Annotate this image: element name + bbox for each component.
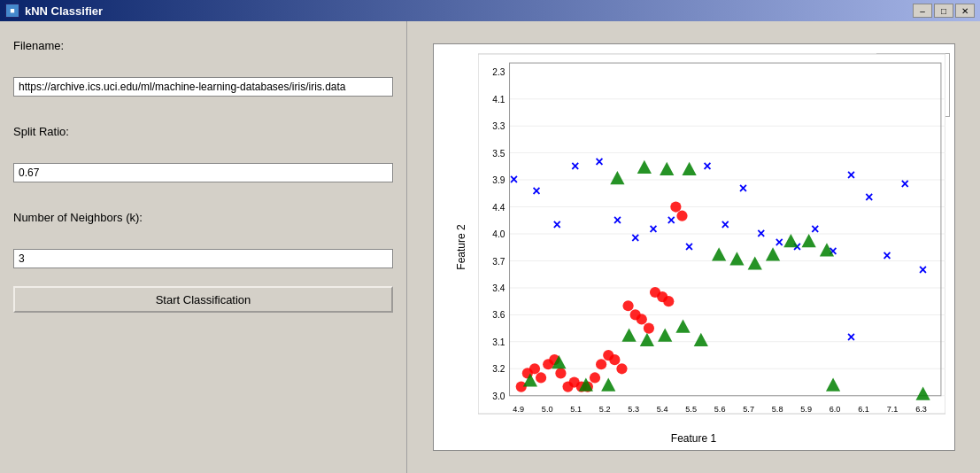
svg-text:5.6: 5.6: [714, 405, 725, 414]
svg-text:3.5: 3.5: [492, 149, 505, 159]
svg-text:5.2: 5.2: [598, 405, 610, 414]
svg-point-57: [596, 359, 606, 369]
svg-point-64: [643, 323, 653, 334]
svg-text:5.9: 5.9: [800, 405, 812, 414]
x-axis-label: Feature 1: [671, 432, 716, 445]
start-classification-button[interactable]: Start Classification: [13, 286, 393, 313]
svg-point-68: [670, 201, 681, 212]
svg-point-59: [609, 354, 620, 365]
svg-point-56: [589, 372, 599, 383]
neighbors-label: Number of Neighbors (k):: [13, 211, 393, 224]
filename-section: Filename:: [13, 39, 393, 97]
left-panel: Filename: Split Ratio: Number of Neighbo…: [0, 21, 407, 473]
svg-point-61: [622, 300, 633, 311]
svg-text:×: ×: [846, 167, 854, 182]
split-ratio-section: Split Ratio:: [13, 125, 393, 182]
neighbors-section: Number of Neighbors (k):: [13, 211, 393, 268]
svg-text:×: ×: [864, 189, 872, 205]
svg-text:×: ×: [757, 225, 765, 241]
svg-text:2.3: 2.3: [492, 67, 505, 77]
svg-text:×: ×: [738, 180, 746, 196]
svg-text:3.7: 3.7: [492, 257, 505, 267]
svg-text:×: ×: [703, 158, 711, 174]
split-ratio-label: Split Ratio:: [13, 125, 393, 138]
svg-text:5.8: 5.8: [771, 405, 783, 414]
svg-point-48: [535, 372, 545, 383]
svg-text:×: ×: [900, 175, 908, 191]
svg-text:×: ×: [883, 414, 891, 415]
svg-text:6.0: 6.0: [829, 405, 840, 414]
svg-point-63: [636, 314, 646, 324]
svg-text:×: ×: [552, 216, 560, 232]
svg-text:×: ×: [721, 216, 729, 232]
svg-text:×: ×: [918, 414, 926, 415]
restore-button[interactable]: □: [934, 4, 953, 18]
split-ratio-input[interactable]: [13, 163, 393, 182]
filename-label: Filename:: [13, 39, 393, 52]
svg-text:×: ×: [570, 158, 578, 174]
filename-input[interactable]: [13, 77, 393, 97]
app-icon: ■: [5, 4, 19, 18]
svg-text:5.5: 5.5: [685, 405, 697, 414]
y-axis-label: Feature 2: [454, 224, 467, 269]
svg-point-69: [676, 211, 687, 221]
minimize-button[interactable]: –: [913, 4, 932, 18]
window-title: kNN Classifier: [25, 4, 103, 18]
svg-text:3.3: 3.3: [492, 121, 505, 131]
svg-text:3.1: 3.1: [492, 337, 505, 347]
svg-text:×: ×: [649, 221, 657, 237]
svg-text:4.1: 4.1: [492, 95, 505, 105]
svg-point-67: [663, 296, 674, 306]
right-panel: Feature 2 Feature 1 class 0 × class 1 te…: [407, 21, 980, 473]
svg-text:3.0: 3.0: [492, 392, 505, 401]
window-controls: – □ ✕: [913, 4, 975, 18]
svg-text:6.3: 6.3: [915, 405, 927, 414]
title-bar: ■ kNN Classifier – □ ✕: [0, 0, 980, 21]
svg-text:×: ×: [595, 153, 603, 169]
svg-text:×: ×: [918, 261, 926, 277]
chart-plot-area: 3.0 3.2 3.1 3.6 3.4 3.7 4.0 4.4: [478, 53, 945, 415]
svg-text:×: ×: [509, 171, 517, 187]
main-container: Filename: Split Ratio: Number of Neighbo…: [0, 21, 980, 473]
chart-svg: 3.0 3.2 3.1 3.6 3.4 3.7 4.0 4.4: [478, 53, 945, 415]
svg-text:4.9: 4.9: [513, 405, 524, 414]
svg-text:7.1: 7.1: [886, 405, 898, 414]
svg-text:4.4: 4.4: [492, 203, 505, 213]
svg-text:3.6: 3.6: [492, 310, 505, 320]
svg-text:×: ×: [846, 329, 854, 345]
svg-text:4.0: 4.0: [492, 229, 505, 239]
svg-text:×: ×: [630, 229, 638, 245]
svg-text:×: ×: [883, 247, 891, 263]
svg-text:3.9: 3.9: [492, 175, 505, 185]
svg-point-47: [529, 363, 539, 374]
svg-text:×: ×: [811, 221, 819, 237]
chart-container: Feature 2 Feature 1 class 0 × class 1 te…: [433, 43, 955, 451]
svg-point-51: [555, 368, 566, 378]
svg-text:5.4: 5.4: [656, 405, 667, 414]
svg-text:5.7: 5.7: [743, 405, 754, 414]
svg-text:6.1: 6.1: [858, 405, 869, 414]
svg-text:3.4: 3.4: [492, 283, 505, 293]
svg-text:3.2: 3.2: [492, 364, 505, 374]
svg-text:×: ×: [775, 234, 783, 250]
svg-text:5.1: 5.1: [570, 405, 582, 414]
svg-point-60: [616, 363, 627, 374]
svg-text:×: ×: [684, 238, 692, 254]
svg-text:5.3: 5.3: [628, 405, 639, 414]
svg-text:×: ×: [532, 182, 540, 198]
neighbors-input[interactable]: [13, 249, 393, 268]
svg-text:×: ×: [667, 212, 675, 228]
close-button[interactable]: ✕: [955, 4, 975, 18]
svg-text:5.0: 5.0: [541, 405, 552, 414]
svg-text:×: ×: [613, 212, 621, 228]
